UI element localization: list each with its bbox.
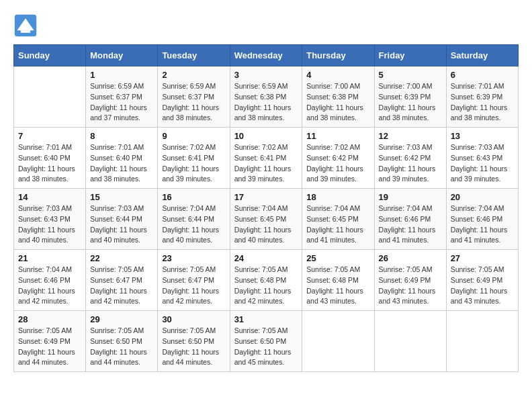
- daylight: Daylight: 11 hours and 40 minutes.: [18, 226, 75, 244]
- calendar-cell: 1 Sunrise: 6:59 AM Sunset: 6:37 PM Dayli…: [86, 66, 158, 128]
- day-number: 9: [162, 131, 225, 141]
- day-number: 11: [306, 131, 369, 141]
- day-info: Sunrise: 7:00 AM Sunset: 6:39 PM Dayligh…: [379, 81, 442, 124]
- sunrise: Sunrise: 7:03 AM: [379, 143, 433, 151]
- sunset: Sunset: 6:43 PM: [18, 215, 71, 223]
- calendar-cell: 31 Sunrise: 7:05 AM Sunset: 6:50 PM Dayl…: [230, 311, 302, 372]
- day-number: 10: [234, 131, 298, 141]
- sunrise: Sunrise: 7:05 AM: [234, 326, 288, 334]
- svg-rect-2: [21, 30, 30, 33]
- sunrise: Sunrise: 7:01 AM: [90, 143, 144, 151]
- page-header: [13, 13, 519, 38]
- calendar-cell: 27 Sunrise: 7:05 AM Sunset: 6:49 PM Dayl…: [446, 250, 518, 311]
- day-number: 16: [162, 192, 225, 202]
- day-number: 19: [379, 192, 442, 202]
- day-number: 22: [90, 253, 153, 263]
- sunset: Sunset: 6:41 PM: [234, 154, 287, 162]
- sunrise: Sunrise: 7:04 AM: [451, 204, 504, 212]
- logo-icon: [13, 13, 38, 38]
- sunset: Sunset: 6:50 PM: [162, 337, 214, 345]
- weekday-header-monday: Monday: [86, 45, 158, 66]
- day-info: Sunrise: 7:04 AM Sunset: 6:46 PM Dayligh…: [379, 203, 442, 246]
- sunset: Sunset: 6:46 PM: [18, 276, 71, 284]
- day-info: Sunrise: 7:04 AM Sunset: 6:46 PM Dayligh…: [18, 265, 81, 307]
- day-info: Sunrise: 7:01 AM Sunset: 6:39 PM Dayligh…: [451, 81, 514, 124]
- sunrise: Sunrise: 7:05 AM: [90, 265, 144, 273]
- sunrise: Sunrise: 7:02 AM: [234, 143, 288, 151]
- sunset: Sunset: 6:40 PM: [18, 154, 71, 162]
- calendar-cell: [302, 311, 374, 372]
- calendar-cell: 12 Sunrise: 7:03 AM Sunset: 6:42 PM Dayl…: [374, 128, 446, 189]
- daylight: Daylight: 11 hours and 39 minutes.: [379, 165, 436, 183]
- calendar-cell: 11 Sunrise: 7:02 AM Sunset: 6:42 PM Dayl…: [302, 128, 374, 189]
- sunset: Sunset: 6:47 PM: [162, 276, 214, 284]
- sunrise: Sunrise: 7:04 AM: [306, 204, 360, 212]
- daylight: Daylight: 11 hours and 38 minutes.: [234, 103, 292, 122]
- daylight: Daylight: 11 hours and 38 minutes.: [90, 165, 147, 183]
- calendar-cell: 24 Sunrise: 7:05 AM Sunset: 6:48 PM Dayl…: [230, 250, 302, 311]
- sunset: Sunset: 6:49 PM: [18, 337, 71, 345]
- calendar-cell: 28 Sunrise: 7:05 AM Sunset: 6:49 PM Dayl…: [14, 311, 86, 372]
- weekday-header-saturday: Saturday: [446, 45, 518, 66]
- daylight: Daylight: 11 hours and 43 minutes.: [379, 287, 436, 306]
- daylight: Daylight: 11 hours and 42 minutes.: [162, 287, 219, 306]
- day-number: 13: [451, 131, 514, 141]
- calendar-cell: 2 Sunrise: 6:59 AM Sunset: 6:37 PM Dayli…: [158, 66, 230, 128]
- calendar-week-1: 1 Sunrise: 6:59 AM Sunset: 6:37 PM Dayli…: [14, 66, 519, 128]
- daylight: Daylight: 11 hours and 43 minutes.: [451, 287, 508, 306]
- day-info: Sunrise: 7:00 AM Sunset: 6:38 PM Dayligh…: [306, 81, 369, 124]
- calendar-cell: 16 Sunrise: 7:04 AM Sunset: 6:44 PM Dayl…: [158, 189, 230, 250]
- sunrise: Sunrise: 6:59 AM: [90, 82, 144, 90]
- daylight: Daylight: 11 hours and 39 minutes.: [451, 165, 508, 183]
- daylight: Daylight: 11 hours and 45 minutes.: [234, 348, 292, 367]
- calendar-cell: 18 Sunrise: 7:04 AM Sunset: 6:45 PM Dayl…: [302, 189, 374, 250]
- day-info: Sunrise: 7:05 AM Sunset: 6:50 PM Dayligh…: [234, 326, 298, 368]
- calendar-cell: 15 Sunrise: 7:03 AM Sunset: 6:44 PM Dayl…: [86, 189, 158, 250]
- day-info: Sunrise: 6:59 AM Sunset: 6:37 PM Dayligh…: [90, 81, 153, 124]
- day-info: Sunrise: 7:02 AM Sunset: 6:41 PM Dayligh…: [234, 142, 298, 185]
- day-info: Sunrise: 7:05 AM Sunset: 6:49 PM Dayligh…: [451, 265, 514, 307]
- daylight: Daylight: 11 hours and 39 minutes.: [306, 165, 363, 183]
- sunrise: Sunrise: 7:01 AM: [18, 143, 72, 151]
- sunrise: Sunrise: 7:04 AM: [162, 204, 216, 212]
- sunset: Sunset: 6:37 PM: [162, 93, 214, 101]
- daylight: Daylight: 11 hours and 41 minutes.: [379, 226, 436, 244]
- day-number: 30: [162, 314, 225, 324]
- calendar-cell: 4 Sunrise: 7:00 AM Sunset: 6:38 PM Dayli…: [302, 66, 374, 128]
- day-number: 15: [90, 192, 153, 202]
- day-info: Sunrise: 7:02 AM Sunset: 6:42 PM Dayligh…: [306, 142, 369, 185]
- day-number: 3: [234, 70, 298, 80]
- day-number: 2: [162, 70, 225, 80]
- daylight: Daylight: 11 hours and 38 minutes.: [451, 103, 508, 122]
- sunset: Sunset: 6:50 PM: [90, 337, 142, 345]
- day-info: Sunrise: 7:03 AM Sunset: 6:44 PM Dayligh…: [90, 203, 153, 246]
- daylight: Daylight: 11 hours and 44 minutes.: [18, 348, 75, 367]
- day-number: 4: [306, 70, 369, 80]
- sunset: Sunset: 6:48 PM: [234, 276, 287, 284]
- daylight: Daylight: 11 hours and 40 minutes.: [162, 226, 219, 244]
- day-info: Sunrise: 7:05 AM Sunset: 6:47 PM Dayligh…: [90, 265, 153, 307]
- daylight: Daylight: 11 hours and 43 minutes.: [306, 287, 363, 306]
- day-number: 5: [379, 70, 442, 80]
- daylight: Daylight: 11 hours and 40 minutes.: [234, 226, 292, 244]
- day-info: Sunrise: 7:04 AM Sunset: 6:44 PM Dayligh…: [162, 203, 225, 246]
- calendar-cell: [374, 311, 446, 372]
- day-number: 1: [90, 70, 153, 80]
- day-number: 23: [162, 253, 225, 263]
- day-number: 6: [451, 70, 514, 80]
- calendar-cell: 26 Sunrise: 7:05 AM Sunset: 6:49 PM Dayl…: [374, 250, 446, 311]
- weekday-header-tuesday: Tuesday: [158, 45, 230, 66]
- day-number: 20: [451, 192, 514, 202]
- sunset: Sunset: 6:37 PM: [90, 93, 142, 101]
- sunset: Sunset: 6:50 PM: [234, 337, 287, 345]
- sunrise: Sunrise: 7:04 AM: [234, 204, 288, 212]
- sunset: Sunset: 6:39 PM: [379, 93, 431, 101]
- logo: [13, 13, 42, 38]
- calendar-cell: 22 Sunrise: 7:05 AM Sunset: 6:47 PM Dayl…: [86, 250, 158, 311]
- day-info: Sunrise: 7:03 AM Sunset: 6:43 PM Dayligh…: [451, 142, 514, 185]
- calendar-week-4: 21 Sunrise: 7:04 AM Sunset: 6:46 PM Dayl…: [14, 250, 519, 311]
- day-number: 24: [234, 253, 298, 263]
- daylight: Daylight: 11 hours and 38 minutes.: [306, 103, 363, 122]
- sunrise: Sunrise: 7:02 AM: [162, 143, 216, 151]
- day-number: 21: [18, 253, 81, 263]
